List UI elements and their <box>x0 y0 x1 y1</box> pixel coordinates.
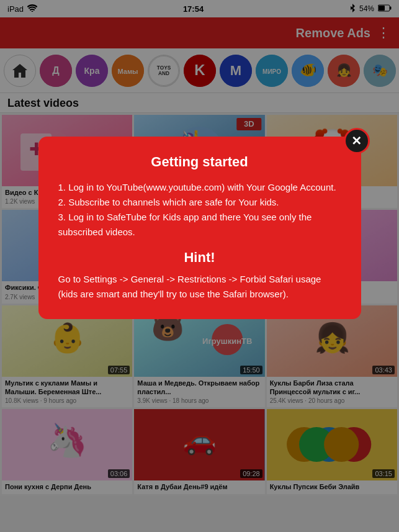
modal-box: ✕ Getting started 1. Log in to YouTube(w… <box>38 137 361 319</box>
modal-body: 1. Log in to YouTube(www.youtube.com) wi… <box>58 180 341 240</box>
modal-title: Getting started <box>58 154 341 170</box>
modal-close-button[interactable]: ✕ <box>344 128 370 154</box>
modal-hint-body: Go to Settings -> General -> Restriction… <box>58 272 341 302</box>
modal-hint-title: Hint! <box>58 250 341 266</box>
modal-overlay: ✕ Getting started 1. Log in to YouTube(w… <box>0 0 399 532</box>
modal-body-text: 1. Log in to YouTube(www.youtube.com) wi… <box>58 182 336 237</box>
